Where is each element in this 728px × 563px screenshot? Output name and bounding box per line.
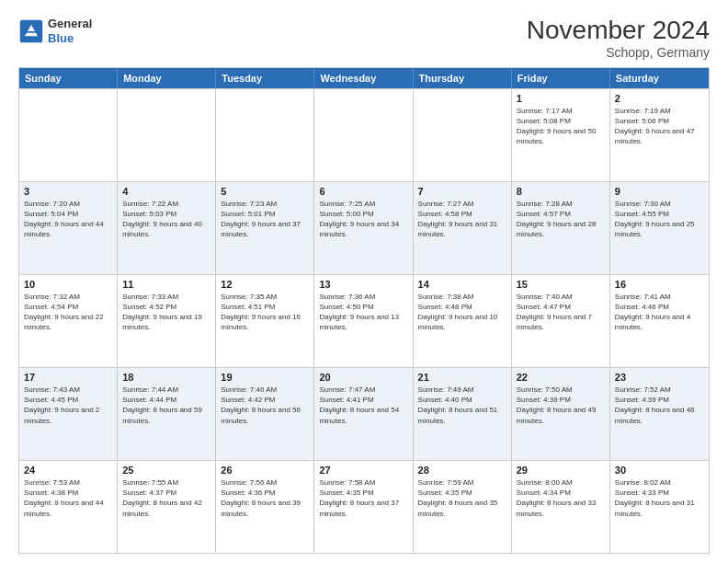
table-row: 14Sunrise: 7:38 AMSunset: 4:48 PMDayligh…	[414, 275, 512, 367]
page: General Blue November 2024 Schopp, Germa…	[0, 0, 728, 563]
table-row: 21Sunrise: 7:49 AMSunset: 4:40 PMDayligh…	[414, 368, 512, 460]
logo-text: General Blue	[48, 17, 92, 45]
table-row: 18Sunrise: 7:44 AMSunset: 4:44 PMDayligh…	[118, 368, 216, 460]
table-row: 8Sunrise: 7:28 AMSunset: 4:57 PMDaylight…	[512, 182, 610, 274]
day-number: 21	[418, 372, 506, 383]
table-row: 15Sunrise: 7:40 AMSunset: 4:47 PMDayligh…	[512, 275, 610, 367]
day-number: 26	[221, 465, 309, 476]
day-number: 17	[24, 372, 112, 383]
day-number: 8	[517, 186, 605, 197]
day-number: 4	[122, 186, 210, 197]
cell-info: Sunrise: 7:44 AMSunset: 4:44 PMDaylight:…	[122, 385, 210, 426]
table-row: 26Sunrise: 7:56 AMSunset: 4:36 PMDayligh…	[216, 461, 314, 553]
day-number: 11	[122, 279, 210, 290]
cell-info: Sunrise: 7:33 AMSunset: 4:52 PMDaylight:…	[122, 292, 210, 333]
month-title: November 2024	[527, 17, 710, 45]
day-number: 6	[319, 186, 407, 197]
day-number: 22	[517, 372, 605, 383]
cell-info: Sunrise: 8:02 AMSunset: 4:33 PMDaylight:…	[615, 477, 704, 519]
header-tuesday: Tuesday	[216, 68, 314, 88]
table-row: 29Sunrise: 8:00 AMSunset: 4:34 PMDayligh…	[512, 461, 610, 553]
cell-info: Sunrise: 7:23 AMSunset: 5:01 PMDaylight:…	[221, 199, 309, 240]
cell-info: Sunrise: 7:53 AMSunset: 4:38 PMDaylight:…	[24, 477, 112, 519]
table-row: 9Sunrise: 7:30 AMSunset: 4:55 PMDaylight…	[610, 182, 709, 274]
cell-info: Sunrise: 7:36 AMSunset: 4:50 PMDaylight:…	[319, 292, 407, 333]
header-wednesday: Wednesday	[314, 68, 413, 88]
table-row: 17Sunrise: 7:43 AMSunset: 4:45 PMDayligh…	[19, 368, 118, 460]
cell-info: Sunrise: 7:58 AMSunset: 4:35 PMDaylight:…	[319, 477, 407, 519]
cell-info: Sunrise: 7:50 AMSunset: 4:39 PMDaylight:…	[517, 385, 605, 426]
table-row: 22Sunrise: 7:50 AMSunset: 4:39 PMDayligh…	[512, 368, 610, 460]
table-row	[118, 89, 216, 181]
table-row: 12Sunrise: 7:35 AMSunset: 4:51 PMDayligh…	[216, 275, 314, 367]
title-area: November 2024 Schopp, Germany	[527, 17, 710, 60]
day-number: 7	[418, 186, 506, 197]
calendar-row: 10Sunrise: 7:32 AMSunset: 4:54 PMDayligh…	[19, 274, 709, 367]
day-number: 24	[24, 465, 112, 476]
table-row: 11Sunrise: 7:33 AMSunset: 4:52 PMDayligh…	[118, 275, 216, 367]
calendar: Sunday Monday Tuesday Wednesday Thursday…	[18, 67, 710, 554]
table-row: 7Sunrise: 7:27 AMSunset: 4:58 PMDaylight…	[414, 182, 512, 274]
table-row: 20Sunrise: 7:47 AMSunset: 4:41 PMDayligh…	[314, 368, 413, 460]
table-row: 3Sunrise: 7:20 AMSunset: 5:04 PMDaylight…	[19, 182, 118, 274]
table-row: 13Sunrise: 7:36 AMSunset: 4:50 PMDayligh…	[314, 275, 413, 367]
table-row: 16Sunrise: 7:41 AMSunset: 4:46 PMDayligh…	[610, 275, 709, 367]
table-row: 10Sunrise: 7:32 AMSunset: 4:54 PMDayligh…	[19, 275, 118, 367]
cell-info: Sunrise: 7:47 AMSunset: 4:41 PMDaylight:…	[319, 385, 407, 426]
cell-info: Sunrise: 7:32 AMSunset: 4:54 PMDaylight:…	[24, 292, 112, 333]
table-row	[414, 89, 512, 181]
table-row: 23Sunrise: 7:52 AMSunset: 4:39 PMDayligh…	[610, 368, 709, 460]
calendar-header: Sunday Monday Tuesday Wednesday Thursday…	[19, 68, 709, 88]
header-monday: Monday	[118, 68, 216, 88]
logo-blue: Blue	[48, 31, 92, 46]
day-number: 30	[615, 465, 704, 476]
cell-info: Sunrise: 7:49 AMSunset: 4:40 PMDaylight:…	[418, 385, 506, 426]
calendar-row: 24Sunrise: 7:53 AMSunset: 4:38 PMDayligh…	[19, 460, 709, 553]
table-row: 4Sunrise: 7:22 AMSunset: 5:03 PMDaylight…	[118, 182, 216, 274]
cell-info: Sunrise: 7:22 AMSunset: 5:03 PMDaylight:…	[122, 199, 210, 240]
day-number: 28	[418, 465, 506, 476]
header-friday: Friday	[512, 68, 610, 88]
day-number: 16	[615, 279, 704, 290]
day-number: 25	[122, 465, 210, 476]
table-row: 2Sunrise: 7:19 AMSunset: 5:06 PMDaylight…	[610, 89, 709, 181]
cell-info: Sunrise: 7:20 AMSunset: 5:04 PMDaylight:…	[24, 199, 112, 240]
cell-info: Sunrise: 7:40 AMSunset: 4:47 PMDaylight:…	[517, 292, 605, 333]
cell-info: Sunrise: 7:52 AMSunset: 4:39 PMDaylight:…	[615, 385, 704, 426]
cell-info: Sunrise: 7:28 AMSunset: 4:57 PMDaylight:…	[517, 199, 605, 240]
table-row: 24Sunrise: 7:53 AMSunset: 4:38 PMDayligh…	[19, 461, 118, 553]
logo: General Blue	[18, 17, 92, 45]
header-saturday: Saturday	[610, 68, 709, 88]
cell-info: Sunrise: 7:55 AMSunset: 4:37 PMDaylight:…	[122, 477, 210, 519]
day-number: 19	[221, 372, 309, 383]
cell-info: Sunrise: 7:56 AMSunset: 4:36 PMDaylight:…	[221, 477, 309, 519]
day-number: 13	[319, 279, 407, 290]
day-number: 20	[319, 372, 407, 383]
header-sunday: Sunday	[19, 68, 118, 88]
cell-info: Sunrise: 7:17 AMSunset: 5:08 PMDaylight:…	[517, 106, 605, 147]
day-number: 1	[517, 93, 605, 104]
table-row	[19, 89, 118, 181]
svg-rect-2	[27, 31, 37, 33]
calendar-body: 1Sunrise: 7:17 AMSunset: 5:08 PMDaylight…	[19, 88, 709, 553]
logo-icon	[18, 18, 44, 44]
cell-info: Sunrise: 7:59 AMSunset: 4:35 PMDaylight:…	[418, 477, 506, 519]
cell-info: Sunrise: 7:30 AMSunset: 4:55 PMDaylight:…	[615, 199, 704, 240]
day-number: 29	[517, 465, 605, 476]
cell-info: Sunrise: 7:27 AMSunset: 4:58 PMDaylight:…	[418, 199, 506, 240]
calendar-row: 17Sunrise: 7:43 AMSunset: 4:45 PMDayligh…	[19, 367, 709, 460]
table-row: 30Sunrise: 8:02 AMSunset: 4:33 PMDayligh…	[610, 461, 709, 553]
day-number: 10	[24, 279, 112, 290]
cell-info: Sunrise: 7:41 AMSunset: 4:46 PMDaylight:…	[615, 292, 704, 333]
table-row: 25Sunrise: 7:55 AMSunset: 4:37 PMDayligh…	[118, 461, 216, 553]
table-row	[314, 89, 413, 181]
table-row	[216, 89, 314, 181]
day-number: 9	[615, 186, 704, 197]
calendar-row: 3Sunrise: 7:20 AMSunset: 5:04 PMDaylight…	[19, 181, 709, 274]
cell-info: Sunrise: 7:38 AMSunset: 4:48 PMDaylight:…	[418, 292, 506, 333]
cell-info: Sunrise: 7:25 AMSunset: 5:00 PMDaylight:…	[319, 199, 407, 240]
cell-info: Sunrise: 7:35 AMSunset: 4:51 PMDaylight:…	[221, 292, 309, 333]
header-thursday: Thursday	[414, 68, 512, 88]
day-number: 3	[24, 186, 112, 197]
day-number: 5	[221, 186, 309, 197]
